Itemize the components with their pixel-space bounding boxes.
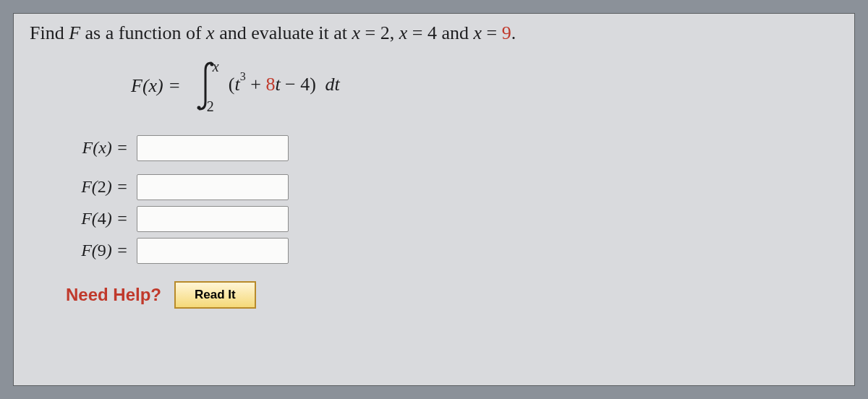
q-seg: as a function of [80,22,206,43]
label-num: 2 [98,177,106,196]
input-fx[interactable] [137,135,289,161]
q-var-x: x [473,22,482,43]
q-var-x: x [399,22,408,43]
label-fx: F(x) = [66,138,128,158]
exponent: 3 [240,70,246,82]
label-f9: F(9) = [66,241,128,260]
var-t: t [234,74,239,95]
lower-bound: 2 [207,98,214,115]
help-row: Need Help? Read It [66,281,838,309]
integral: x 2 (t3 + 8t − 4) dt [191,60,340,112]
label-seg: ) = [106,241,128,259]
q-seg: = [482,22,502,43]
read-it-button[interactable]: Read It [174,281,256,309]
label-seg: F( [81,177,98,196]
upper-bound: x [213,59,219,75]
q-seg: and evaluate it at [215,22,352,43]
paren: ) [310,74,316,95]
q-var-x: x [206,22,215,43]
q-seg: . [511,22,516,43]
label-num: 4 [98,209,106,228]
q-seg: = 4 and [407,22,473,43]
label-seg: F( [81,241,98,259]
label-seg: ) = [106,209,128,228]
integral-equation: F(x) = x 2 (t3 + 8t − 4) dt [131,60,838,112]
differential: dt [320,74,340,95]
question-container: Find F as a function of x and evaluate i… [13,13,855,386]
const-4: 4 [300,74,310,95]
need-help-label: Need Help? [66,285,161,305]
answer-inputs: F(x) = F(2) = F(4) = F(9) = [66,135,838,264]
input-f2[interactable] [137,174,289,200]
question-text: Find F as a function of x and evaluate i… [30,21,838,46]
equation-lhs: F(x) = [131,75,181,97]
input-f4[interactable] [137,206,289,232]
integrand: (t3 + 8t − 4) dt [229,73,340,95]
label-f2: F(2) = [66,177,128,197]
row-f4: F(4) = [66,206,838,232]
row-f2: F(2) = [66,174,838,200]
label-seg: ) = [106,177,128,196]
label-f4: F(4) = [66,209,128,228]
q-value-9: 9 [502,22,511,43]
row-fx: F(x) = [66,135,838,161]
label-seg: F( [81,209,98,228]
input-f9[interactable] [137,238,289,264]
coef-8: 8 [265,74,275,95]
row-f9: F(9) = [66,238,838,264]
q-seg: Find [30,22,69,43]
svg-point-1 [197,106,200,109]
op-plus: + [246,74,266,95]
op-minus: − [281,74,301,95]
q-var-x: x [352,22,361,43]
var-t: t [275,74,280,95]
label-num: 9 [98,241,106,259]
q-seg: = 2, [360,22,399,43]
integral-sign: x 2 [191,60,218,112]
q-var-F: F [69,22,80,43]
